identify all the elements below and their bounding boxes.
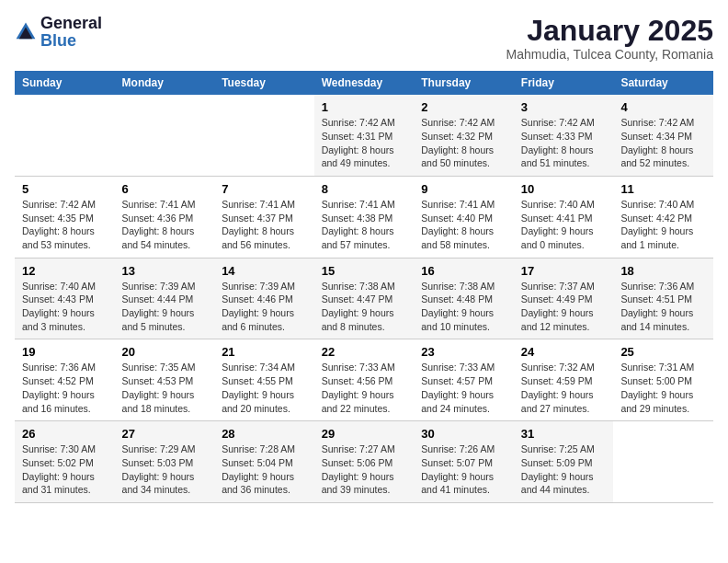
calendar-cell: 17Sunrise: 7:37 AM Sunset: 4:49 PM Dayli… xyxy=(514,258,614,339)
calendar-cell: 11Sunrise: 7:40 AM Sunset: 4:42 PM Dayli… xyxy=(613,176,713,258)
calendar-cell: 7Sunrise: 7:41 AM Sunset: 4:37 PM Daylig… xyxy=(214,176,314,258)
day-number: 12 xyxy=(22,264,108,278)
day-info: Sunrise: 7:28 AM Sunset: 5:04 PM Dayligh… xyxy=(222,442,307,497)
calendar-cell: 4Sunrise: 7:42 AM Sunset: 4:34 PM Daylig… xyxy=(613,95,713,176)
calendar-cell xyxy=(15,95,115,176)
day-info: Sunrise: 7:36 AM Sunset: 4:51 PM Dayligh… xyxy=(620,280,706,334)
day-number: 27 xyxy=(122,427,208,441)
day-info: Sunrise: 7:41 AM Sunset: 4:37 PM Dayligh… xyxy=(222,198,307,252)
calendar-cell xyxy=(214,95,314,176)
calendar-week-row: 19Sunrise: 7:36 AM Sunset: 4:52 PM Dayli… xyxy=(15,339,713,421)
calendar-week-row: 26Sunrise: 7:30 AM Sunset: 5:02 PM Dayli… xyxy=(15,421,713,503)
calendar-cell: 6Sunrise: 7:41 AM Sunset: 4:36 PM Daylig… xyxy=(115,176,215,258)
logo-text-blue: Blue xyxy=(40,31,76,50)
calendar-cell: 22Sunrise: 7:33 AM Sunset: 4:56 PM Dayli… xyxy=(314,339,415,421)
day-number: 30 xyxy=(421,427,506,441)
day-info: Sunrise: 7:33 AM Sunset: 4:57 PM Dayligh… xyxy=(421,361,506,415)
day-number: 8 xyxy=(322,182,407,196)
calendar-cell: 23Sunrise: 7:33 AM Sunset: 4:57 PM Dayli… xyxy=(414,339,514,421)
col-header-thursday: Thursday xyxy=(414,71,514,95)
day-number: 1 xyxy=(322,100,407,114)
calendar-cell: 27Sunrise: 7:29 AM Sunset: 5:03 PM Dayli… xyxy=(115,421,215,503)
day-number: 4 xyxy=(620,100,706,114)
day-number: 5 xyxy=(22,182,108,196)
day-number: 19 xyxy=(22,345,108,359)
calendar-cell: 8Sunrise: 7:41 AM Sunset: 4:38 PM Daylig… xyxy=(314,176,415,258)
calendar-cell: 16Sunrise: 7:38 AM Sunset: 4:48 PM Dayli… xyxy=(414,258,514,339)
day-number: 20 xyxy=(122,345,208,359)
day-info: Sunrise: 7:39 AM Sunset: 4:44 PM Dayligh… xyxy=(122,280,208,334)
calendar-cell xyxy=(115,95,215,176)
calendar-cell: 24Sunrise: 7:32 AM Sunset: 4:59 PM Dayli… xyxy=(514,339,614,421)
day-info: Sunrise: 7:39 AM Sunset: 4:46 PM Dayligh… xyxy=(222,280,307,334)
day-number: 9 xyxy=(421,182,506,196)
day-number: 26 xyxy=(22,427,108,441)
day-info: Sunrise: 7:29 AM Sunset: 5:03 PM Dayligh… xyxy=(122,442,208,497)
logo-text-general: General xyxy=(40,14,102,32)
day-info: Sunrise: 7:38 AM Sunset: 4:47 PM Dayligh… xyxy=(322,280,407,334)
day-number: 17 xyxy=(521,264,607,278)
calendar-cell: 20Sunrise: 7:35 AM Sunset: 4:53 PM Dayli… xyxy=(115,339,215,421)
day-info: Sunrise: 7:41 AM Sunset: 4:40 PM Dayligh… xyxy=(421,198,506,252)
calendar-cell: 3Sunrise: 7:42 AM Sunset: 4:33 PM Daylig… xyxy=(514,95,614,176)
calendar-cell: 19Sunrise: 7:36 AM Sunset: 4:52 PM Dayli… xyxy=(15,339,115,421)
calendar-cell: 14Sunrise: 7:39 AM Sunset: 4:46 PM Dayli… xyxy=(214,258,314,339)
calendar-cell: 12Sunrise: 7:40 AM Sunset: 4:43 PM Dayli… xyxy=(15,258,115,339)
calendar-cell: 26Sunrise: 7:30 AM Sunset: 5:02 PM Dayli… xyxy=(15,421,115,503)
day-info: Sunrise: 7:33 AM Sunset: 4:56 PM Dayligh… xyxy=(322,361,407,415)
day-number: 10 xyxy=(521,182,607,196)
day-info: Sunrise: 7:42 AM Sunset: 4:33 PM Dayligh… xyxy=(521,116,607,170)
calendar-cell: 15Sunrise: 7:38 AM Sunset: 4:47 PM Dayli… xyxy=(314,258,415,339)
calendar-cell: 18Sunrise: 7:36 AM Sunset: 4:51 PM Dayli… xyxy=(613,258,713,339)
calendar-cell: 25Sunrise: 7:31 AM Sunset: 5:00 PM Dayli… xyxy=(613,339,713,421)
day-info: Sunrise: 7:41 AM Sunset: 4:38 PM Dayligh… xyxy=(322,198,407,252)
day-number: 11 xyxy=(620,182,706,196)
logo-icon xyxy=(15,21,37,43)
day-number: 23 xyxy=(421,345,506,359)
day-number: 3 xyxy=(521,100,607,114)
day-info: Sunrise: 7:42 AM Sunset: 4:34 PM Dayligh… xyxy=(620,116,706,170)
calendar-table: SundayMondayTuesdayWednesdayThursdayFrid… xyxy=(15,71,713,503)
day-info: Sunrise: 7:42 AM Sunset: 4:32 PM Dayligh… xyxy=(421,116,506,170)
col-header-wednesday: Wednesday xyxy=(314,71,415,95)
day-number: 31 xyxy=(521,427,607,441)
day-number: 29 xyxy=(322,427,407,441)
col-header-friday: Friday xyxy=(514,71,614,95)
day-number: 16 xyxy=(421,264,506,278)
calendar-cell: 9Sunrise: 7:41 AM Sunset: 4:40 PM Daylig… xyxy=(414,176,514,258)
day-number: 7 xyxy=(222,182,307,196)
calendar-cell xyxy=(613,421,713,503)
calendar-header-row: SundayMondayTuesdayWednesdayThursdayFrid… xyxy=(15,71,713,95)
col-header-saturday: Saturday xyxy=(613,71,713,95)
calendar-cell: 31Sunrise: 7:25 AM Sunset: 5:09 PM Dayli… xyxy=(514,421,614,503)
calendar-cell: 10Sunrise: 7:40 AM Sunset: 4:41 PM Dayli… xyxy=(514,176,614,258)
day-number: 21 xyxy=(222,345,307,359)
day-info: Sunrise: 7:42 AM Sunset: 4:35 PM Dayligh… xyxy=(22,198,108,252)
day-info: Sunrise: 7:27 AM Sunset: 5:06 PM Dayligh… xyxy=(322,442,407,497)
day-info: Sunrise: 7:25 AM Sunset: 5:09 PM Dayligh… xyxy=(521,442,607,497)
day-info: Sunrise: 7:36 AM Sunset: 4:52 PM Dayligh… xyxy=(22,361,108,415)
day-info: Sunrise: 7:41 AM Sunset: 4:36 PM Dayligh… xyxy=(122,198,208,252)
col-header-monday: Monday xyxy=(115,71,215,95)
day-info: Sunrise: 7:40 AM Sunset: 4:43 PM Dayligh… xyxy=(22,280,108,334)
page-header: General Blue January 2025 Mahmudia, Tulc… xyxy=(15,15,713,62)
calendar-cell: 13Sunrise: 7:39 AM Sunset: 4:44 PM Dayli… xyxy=(115,258,215,339)
calendar-cell: 30Sunrise: 7:26 AM Sunset: 5:07 PM Dayli… xyxy=(414,421,514,503)
calendar-cell: 21Sunrise: 7:34 AM Sunset: 4:55 PM Dayli… xyxy=(214,339,314,421)
month-title: January 2025 xyxy=(506,15,713,47)
calendar-cell: 1Sunrise: 7:42 AM Sunset: 4:31 PM Daylig… xyxy=(314,95,415,176)
calendar-cell: 2Sunrise: 7:42 AM Sunset: 4:32 PM Daylig… xyxy=(414,95,514,176)
day-info: Sunrise: 7:38 AM Sunset: 4:48 PM Dayligh… xyxy=(421,280,506,334)
day-info: Sunrise: 7:40 AM Sunset: 4:41 PM Dayligh… xyxy=(521,198,607,252)
calendar-week-row: 5Sunrise: 7:42 AM Sunset: 4:35 PM Daylig… xyxy=(15,176,713,258)
day-info: Sunrise: 7:26 AM Sunset: 5:07 PM Dayligh… xyxy=(421,442,506,497)
day-info: Sunrise: 7:34 AM Sunset: 4:55 PM Dayligh… xyxy=(222,361,307,415)
day-info: Sunrise: 7:35 AM Sunset: 4:53 PM Dayligh… xyxy=(122,361,208,415)
day-number: 18 xyxy=(620,264,706,278)
day-info: Sunrise: 7:32 AM Sunset: 4:59 PM Dayligh… xyxy=(521,361,607,415)
day-info: Sunrise: 7:42 AM Sunset: 4:31 PM Dayligh… xyxy=(322,116,407,170)
day-number: 28 xyxy=(222,427,307,441)
calendar-cell: 5Sunrise: 7:42 AM Sunset: 4:35 PM Daylig… xyxy=(15,176,115,258)
day-info: Sunrise: 7:31 AM Sunset: 5:00 PM Dayligh… xyxy=(620,361,706,415)
day-number: 15 xyxy=(322,264,407,278)
